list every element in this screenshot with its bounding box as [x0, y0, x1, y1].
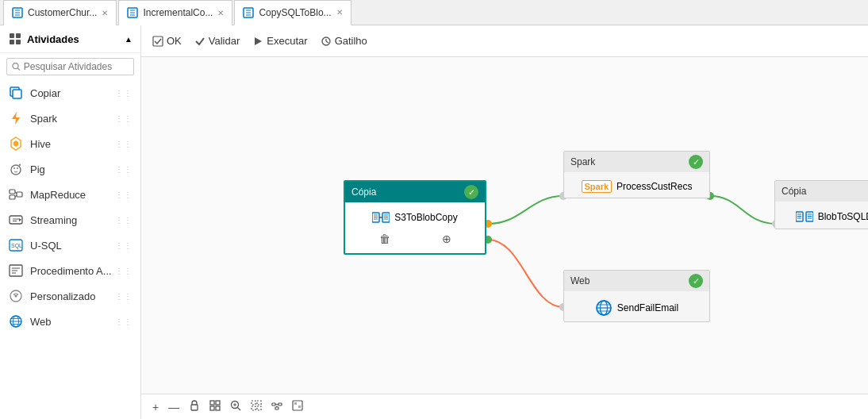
svg-rect-27 — [10, 195, 15, 199]
drag-handle[interactable]: ⋮⋮ — [115, 241, 133, 250]
sidebar-item-procedure[interactable]: Procedimento A... ⋮⋮ — [0, 258, 140, 283]
minimap-button[interactable] — [290, 398, 305, 415]
drag-handle[interactable]: ⋮⋮ — [115, 165, 133, 174]
search-input[interactable] — [24, 61, 129, 72]
svg-rect-92 — [257, 401, 261, 405]
node-add-button[interactable]: ⊕ — [442, 233, 451, 245]
check-icon — [194, 36, 205, 47]
node-web-header-label: Web — [570, 275, 590, 286]
lock-icon — [189, 400, 200, 411]
node-copia2-label: BlobToSQLDWCopy — [818, 211, 868, 222]
sidebar-item-copiar[interactable]: Copiar ⋮⋮ — [0, 80, 140, 106]
sidebar-item-pig-label: Pig — [30, 163, 45, 175]
drag-handle[interactable]: ⋮⋮ — [115, 190, 133, 199]
sidebar-item-mapreduce-label: MapReduce — [30, 189, 86, 201]
sidebar-item-spark[interactable]: Spark ⋮⋮ — [0, 106, 140, 131]
svg-rect-100 — [293, 401, 302, 410]
tab-incrementalco-close[interactable]: ✕ — [217, 9, 224, 17]
drag-handle[interactable]: ⋮⋮ — [115, 317, 133, 326]
pipeline-icon — [127, 7, 138, 18]
sidebar-item-pig[interactable]: Pig ⋮⋮ — [0, 156, 140, 182]
svg-rect-15 — [16, 40, 21, 44]
ok-button[interactable]: OK — [152, 35, 182, 47]
auto-layout-button[interactable] — [270, 398, 284, 415]
drag-handle[interactable]: ⋮⋮ — [115, 140, 133, 148]
drag-handle[interactable]: ⋮⋮ — [115, 216, 133, 225]
tab-copysqltoblo-close[interactable]: ✕ — [336, 8, 343, 17]
svg-point-42 — [15, 295, 17, 298]
drag-handle[interactable]: ⋮⋮ — [115, 89, 133, 98]
status-check-icon: ✓ — [689, 274, 703, 288]
node-copia[interactable]: Cópia ✓ — [344, 180, 486, 255]
drag-handle[interactable]: ⋮⋮ — [115, 292, 133, 301]
sidebar-header-left: Atividades — [8, 32, 79, 46]
node-spark-body: Spark ProcessCustRecs — [564, 172, 709, 198]
sidebar-item-custom-label: Personalizado — [30, 290, 95, 302]
sidebar-item-procedure-label: Procedimento A... — [30, 265, 112, 277]
node-copia-body: S3ToBlobCopy 🗑 ⊕ — [345, 202, 485, 253]
mapreduce-icon — [8, 186, 24, 202]
search-box[interactable] — [6, 58, 134, 75]
drag-handle[interactable]: ⋮⋮ — [115, 114, 133, 123]
svg-rect-13 — [16, 33, 21, 38]
drag-handle[interactable]: ⋮⋮ — [115, 267, 133, 275]
svg-rect-96 — [278, 403, 282, 406]
web-icon — [8, 313, 24, 329]
fit-button[interactable] — [208, 398, 222, 415]
svg-point-24 — [13, 167, 15, 169]
pipeline-icon — [12, 7, 23, 18]
activities-icon — [8, 32, 22, 46]
sidebar-item-streaming[interactable]: Streaming ⋮⋮ — [0, 207, 140, 233]
toolbar: OK Validar Executar Gatilho — [141, 25, 868, 57]
ok-icon — [152, 36, 163, 47]
pig-icon — [8, 161, 24, 177]
canvas-area: OK Validar Executar Gatilho — [141, 25, 868, 419]
tab-copysqltoblo[interactable]: CopySQLToBlo... ✕ — [234, 0, 351, 25]
svg-rect-19 — [13, 90, 21, 98]
canvas[interactable]: Cópia ✓ — [141, 57, 868, 394]
sidebar-item-web[interactable]: Web ⋮⋮ — [0, 309, 140, 334]
node-web-header: Web ✓ — [564, 271, 709, 291]
svg-point-16 — [13, 63, 18, 69]
node-copia2-body: BlobToSQLDWCopy — [775, 202, 868, 229]
sidebar-item-hive[interactable]: Hive ⋮⋮ — [0, 131, 140, 156]
sidebar-header: Atividades ▲ — [0, 25, 140, 53]
node-copia2[interactable]: Cópia ! — [774, 180, 868, 229]
sidebar-item-custom[interactable]: Personalizado ⋮⋮ — [0, 283, 140, 309]
svg-line-88 — [238, 408, 241, 411]
zoom-fit-button[interactable] — [229, 398, 243, 415]
collapse-icon[interactable]: ▲ — [125, 35, 133, 44]
sidebar-item-usql[interactable]: SQL U-SQL ⋮⋮ — [0, 233, 140, 258]
sidebar-item-spark-label: Spark — [30, 113, 57, 125]
svg-rect-48 — [153, 37, 163, 46]
node-copia-label: S3ToBlobCopy — [394, 212, 457, 223]
status-check-icon: ✓ — [464, 185, 478, 199]
sidebar-item-hive-label: Hive — [30, 138, 51, 150]
zoom-in-button[interactable]: + — [151, 399, 160, 415]
node-web-label: SendFailEmail — [617, 302, 678, 313]
zoom-out-button[interactable]: — — [167, 399, 181, 415]
svg-marker-34 — [19, 218, 21, 221]
tab-customerchur-close[interactable]: ✕ — [102, 9, 108, 17]
sidebar-item-mapreduce[interactable]: MapReduce ⋮⋮ — [0, 182, 140, 207]
sidebar-item-copiar-label: Copiar — [30, 87, 60, 99]
sidebar-item-usql-label: U-SQL — [30, 240, 62, 252]
trigger-button[interactable]: Gatilho — [321, 35, 367, 47]
tab-copysqltoblo-label: CopySQLToBlo... — [259, 7, 331, 18]
lock-button[interactable] — [187, 398, 202, 415]
svg-point-23 — [11, 165, 21, 175]
node-spark[interactable]: Spark ✓ Spark ProcessCustRecs — [563, 151, 710, 198]
tab-incrementalco[interactable]: IncrementalCo... ✕ — [118, 0, 232, 25]
web-activity-icon — [595, 299, 613, 317]
node-delete-button[interactable]: 🗑 — [379, 233, 390, 245]
svg-rect-12 — [10, 33, 14, 38]
tab-bar: CustomerChur... ✕ IncrementalCo... ✕ Cop… — [0, 0, 868, 25]
node-web[interactable]: Web ✓ SendFailEmail — [563, 270, 710, 322]
select-all-button[interactable] — [249, 398, 263, 415]
validate-button[interactable]: Validar — [194, 35, 240, 47]
tab-customerchur[interactable]: CustomerChur... ✕ — [3, 0, 117, 25]
node-spark-header-label: Spark — [570, 156, 595, 167]
status-check-icon: ✓ — [689, 155, 703, 169]
run-button[interactable]: Executar — [252, 35, 307, 47]
bottom-toolbar: + — — [141, 394, 868, 419]
